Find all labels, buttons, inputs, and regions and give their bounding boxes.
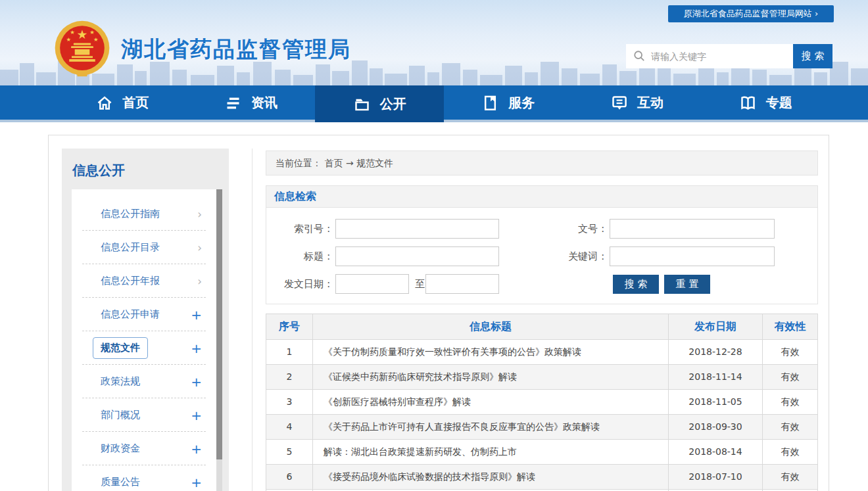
chevron-right-icon: › bbox=[197, 275, 202, 288]
row-validity: 有效 bbox=[762, 340, 817, 364]
title-label: 标题： bbox=[266, 246, 333, 266]
row-title-link[interactable]: 《创新医疗器械特别审查程序》解读 bbox=[312, 390, 668, 414]
sidebar-item-label: 信息公开年报 bbox=[101, 275, 160, 287]
doc-no-field[interactable] bbox=[610, 219, 775, 239]
row-date: 2018-09-30 bbox=[668, 415, 762, 439]
folder-icon bbox=[353, 95, 371, 113]
breadcrumb-arrow: → bbox=[346, 158, 354, 168]
sidebar-item-annual-report[interactable]: 信息公开年报 › bbox=[72, 264, 216, 298]
sidebar-item-application[interactable]: 信息公开申请 + bbox=[72, 298, 216, 331]
national-emblem-icon: ★ ★ ★ ★ ★ bbox=[51, 18, 113, 80]
news-lines-icon bbox=[224, 94, 242, 112]
sidebar-scrollbar-track bbox=[216, 189, 222, 491]
site-header: ★ ★ ★ ★ ★ 湖北省药品监督管理局 原湖北省食品药品监督管理局网站 › bbox=[0, 0, 868, 85]
index-no-field[interactable] bbox=[335, 219, 499, 239]
row-title-link[interactable]: 《关于药品上市许可持有人直接报告不良反应事宜的公告》政策解读 bbox=[312, 415, 668, 439]
row-date: 2018-07-10 bbox=[668, 465, 762, 489]
row-date: 2018-08-14 bbox=[668, 440, 762, 464]
sidebar-item-quality-announcements[interactable]: 质量公告 + bbox=[72, 465, 216, 491]
breadcrumb: 当前位置： 首页 → 规范文件 bbox=[266, 151, 818, 175]
keyword-field[interactable] bbox=[610, 246, 775, 266]
row-no: 1 bbox=[266, 340, 312, 364]
table-row: 5 解读：湖北出台政策提速新药研发、仿制药上市 2018-08-14 有效 bbox=[266, 439, 817, 464]
nav-item-public[interactable]: 公开 bbox=[315, 85, 444, 122]
nav-label: 服务 bbox=[508, 94, 535, 112]
sidebar-item-label: 质量公告 bbox=[101, 476, 140, 488]
table-row: 6 《接受药品境外临床试验数据的技术指导原则》解读 2018-07-10 有效 bbox=[266, 464, 817, 489]
pub-date-from-field[interactable] bbox=[335, 274, 409, 294]
form-reset-button[interactable]: 重 置 bbox=[664, 275, 710, 294]
sidebar-item-department-overview[interactable]: 部门概况 + bbox=[72, 398, 216, 432]
col-header-title: 信息标题 bbox=[312, 314, 668, 339]
site-logo-link[interactable]: ★ ★ ★ ★ ★ 湖北省药品监督管理局 bbox=[51, 18, 351, 80]
sidebar-scrollbar-thumb[interactable] bbox=[216, 189, 222, 459]
keyword-label: 关键词： bbox=[483, 246, 608, 266]
breadcrumb-current[interactable]: 规范文件 bbox=[356, 158, 393, 168]
row-no: 5 bbox=[266, 440, 312, 464]
nav-item-news[interactable]: 资讯 bbox=[187, 85, 316, 120]
sidebar-item-label: 信息公开目录 bbox=[101, 241, 160, 254]
breadcrumb-prefix: 当前位置： bbox=[276, 158, 322, 168]
main-nav: 首页 资讯 公开 服务 bbox=[0, 85, 868, 122]
row-title-link[interactable]: 《证候类中药新药临床研究技术指导原则》解读 bbox=[312, 365, 668, 389]
sidebar-item-label: 政策法规 bbox=[101, 375, 140, 388]
site-title: 湖北省药品监督管理局 bbox=[121, 35, 351, 64]
sidebar-item-policies[interactable]: 政策法规 + bbox=[72, 365, 216, 398]
breadcrumb-home-link[interactable]: 首页 bbox=[324, 158, 343, 168]
nav-item-home[interactable]: 首页 bbox=[58, 85, 187, 120]
content-area: 当前位置： 首页 → 规范文件 信息检索 索引号： 文号： 标题： 关键词： 发… bbox=[266, 151, 818, 491]
open-book-icon bbox=[739, 94, 757, 112]
row-validity: 有效 bbox=[762, 365, 817, 389]
documents-table: 序号 信息标题 发布日期 有效性 1 《关于仿制药质量和疗效一致性评价有关事项的… bbox=[266, 314, 818, 491]
sidebar-item-normative-documents[interactable]: 规范文件 + bbox=[72, 331, 216, 365]
main-container: 信息公开 信息公开指南 › 信息公开目录 › 信息公开年报 › 信息公开申请 +… bbox=[48, 135, 829, 491]
form-search-button[interactable]: 搜 索 bbox=[613, 275, 659, 294]
table-row: 3 《创新医疗器械特别审查程序》解读 2018-11-05 有效 bbox=[266, 389, 817, 414]
col-header-no: 序号 bbox=[266, 314, 312, 339]
search-button[interactable]: 搜 索 bbox=[793, 44, 832, 68]
sidebar-title: 信息公开 bbox=[62, 149, 229, 179]
sidebar-item-label: 部门概况 bbox=[101, 409, 140, 421]
sidebar-menu: 信息公开指南 › 信息公开目录 › 信息公开年报 › 信息公开申请 + 规范文件… bbox=[72, 189, 216, 491]
index-no-label: 索引号： bbox=[266, 219, 333, 239]
search-icon bbox=[633, 50, 645, 62]
nav-item-topics[interactable]: 专题 bbox=[701, 85, 830, 120]
bookmark-page-icon bbox=[481, 94, 499, 112]
info-search-panel-title: 信息检索 bbox=[266, 185, 818, 208]
search-input[interactable] bbox=[626, 44, 793, 68]
row-title-link[interactable]: 解读：湖北出台政策提速新药研发、仿制药上市 bbox=[312, 440, 668, 464]
sidebar-item-catalog[interactable]: 信息公开目录 › bbox=[72, 231, 216, 264]
info-search-form: 索引号： 文号： 标题： 关键词： 发文日期： 至 搜 索 重 置 bbox=[266, 208, 818, 304]
row-date: 2018-12-28 bbox=[668, 340, 762, 364]
row-no: 6 bbox=[266, 465, 312, 489]
title-field[interactable] bbox=[335, 246, 499, 266]
svg-text:★: ★ bbox=[70, 29, 75, 35]
nav-item-services[interactable]: 服务 bbox=[444, 85, 573, 120]
row-date: 2018-11-05 bbox=[668, 390, 762, 414]
old-site-link-button[interactable]: 原湖北省食品药品监督管理局网站 › bbox=[668, 5, 834, 22]
plus-icon: + bbox=[191, 475, 202, 490]
row-validity: 有效 bbox=[762, 465, 817, 489]
row-title-link[interactable]: 《接受药品境外临床试验数据的技术指导原则》解读 bbox=[312, 465, 668, 489]
nav-label: 公开 bbox=[380, 95, 406, 113]
sidebar-item-label: 规范文件 bbox=[93, 337, 148, 359]
col-header-date: 发布日期 bbox=[668, 314, 762, 339]
nav-item-interaction[interactable]: 互动 bbox=[573, 85, 702, 120]
home-icon bbox=[95, 94, 113, 112]
main-nav-inner: 首页 资讯 公开 服务 bbox=[58, 85, 830, 120]
search-input-wrap bbox=[626, 44, 793, 68]
nav-label: 互动 bbox=[637, 94, 663, 112]
sidebar-item-fiscal-funds[interactable]: 财政资金 + bbox=[72, 432, 216, 465]
sidebar-item-label: 财政资金 bbox=[101, 442, 140, 455]
row-title-link[interactable]: 《关于仿制药质量和疗效一致性评价有关事项的公告》政策解读 bbox=[312, 340, 668, 364]
sidebar-item-guide[interactable]: 信息公开指南 › bbox=[72, 197, 216, 231]
chevron-right-icon: › bbox=[197, 208, 202, 221]
pub-date-to-field[interactable] bbox=[425, 274, 499, 294]
row-no: 2 bbox=[266, 365, 312, 389]
sidebar-item-label: 信息公开申请 bbox=[101, 308, 160, 321]
svg-text:★: ★ bbox=[89, 29, 95, 35]
row-no: 3 bbox=[266, 390, 312, 414]
svg-text:★: ★ bbox=[66, 36, 72, 43]
table-row: 1 《关于仿制药质量和疗效一致性评价有关事项的公告》政策解读 2018-12-2… bbox=[266, 339, 817, 364]
col-header-valid: 有效性 bbox=[762, 314, 817, 339]
